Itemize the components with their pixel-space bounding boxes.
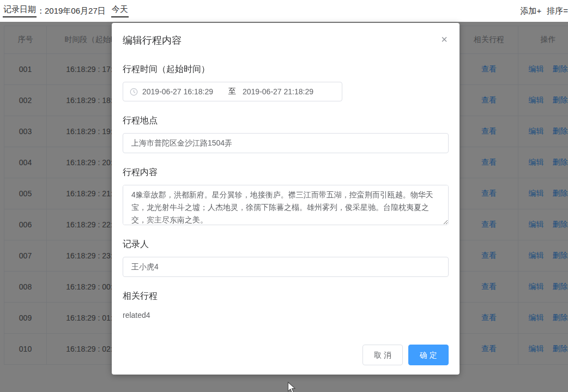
recorder-input[interactable]: [123, 257, 449, 277]
location-input[interactable]: [123, 133, 449, 153]
record-date-colon: ：: [37, 6, 45, 16]
clock-icon: [130, 88, 138, 96]
close-button[interactable]: ×: [440, 34, 449, 45]
topbar: 记录日期：2019年06月27日今天 添加+ 排序=: [0, 0, 568, 22]
add-button[interactable]: 添加+: [520, 6, 541, 16]
content-field: 行程内容 4豫章故郡，洪都新府。星分翼轸，地接衡庐。襟三江而带五湖，控蛮荆而引瓯…: [123, 166, 449, 225]
time-field-label: 行程时间（起始时间）: [123, 63, 449, 75]
today-link[interactable]: 今天: [111, 4, 129, 17]
location-field-label: 行程地点: [123, 114, 449, 126]
recorder-field: 记录人: [123, 238, 449, 277]
dialog-title: 编辑行程内容: [123, 34, 182, 47]
recorder-field-label: 记录人: [123, 238, 449, 250]
sort-button[interactable]: 排序=: [547, 6, 568, 16]
edit-itinerary-dialog: 编辑行程内容 × 行程时间（起始时间） 至 行程地点 行程内容 4豫章故郡，洪都…: [112, 23, 460, 375]
related-value: related4: [123, 310, 449, 321]
record-date-label: 记录日期: [3, 4, 37, 17]
range-separator: 至: [228, 87, 236, 97]
location-field: 行程地点: [123, 114, 449, 153]
related-field: 相关行程 related4: [123, 290, 449, 321]
related-field-label: 相关行程: [123, 290, 449, 302]
confirm-button[interactable]: 确 定: [408, 345, 449, 365]
close-icon: ×: [441, 33, 448, 45]
content-textarea[interactable]: 4豫章故郡，洪都新府。星分翼轸，地接衡庐。襟三江而带五湖，控蛮荆而引瓯越。物华天…: [123, 185, 449, 225]
time-field: 行程时间（起始时间） 至: [123, 63, 449, 101]
content-field-label: 行程内容: [123, 166, 449, 178]
end-datetime-input[interactable]: [243, 87, 322, 96]
start-datetime-input[interactable]: [142, 87, 222, 96]
record-date-value: 2019年06月27日: [45, 6, 106, 16]
record-date-group: 记录日期：2019年06月27日今天: [3, 4, 129, 17]
datetime-range-picker[interactable]: 至: [123, 82, 342, 101]
cancel-button[interactable]: 取 消: [362, 345, 403, 365]
